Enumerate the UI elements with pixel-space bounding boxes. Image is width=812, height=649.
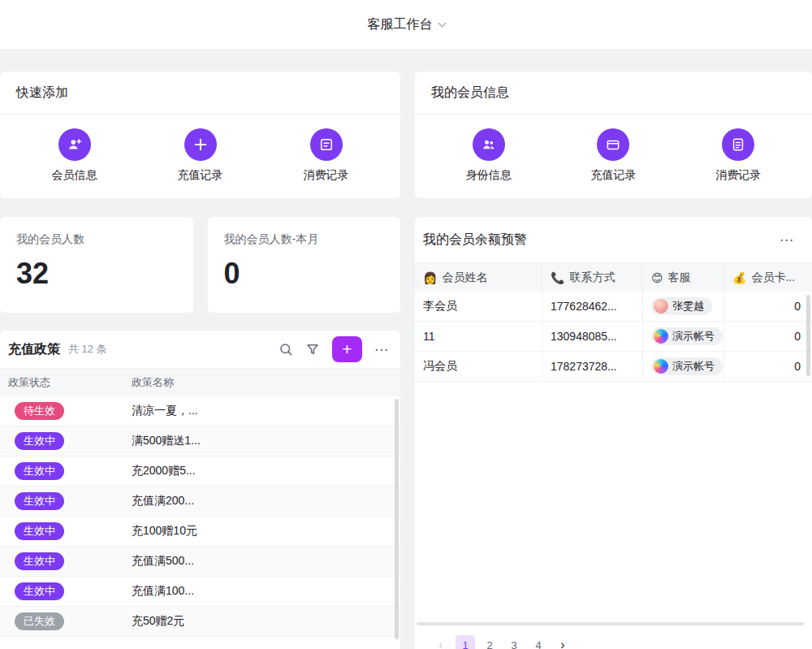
agent-name: 演示帐号 [672, 329, 715, 344]
people-icon [473, 128, 505, 161]
pagination-page-4[interactable]: 4 [529, 635, 548, 649]
policy-count: 共 12 条 [68, 342, 107, 357]
action-label: 消费记录 [715, 168, 761, 183]
column-header-member-name: 👩 会员姓名 [415, 263, 542, 292]
search-icon[interactable] [279, 342, 293, 357]
table-row[interactable]: 待生效 清凉一夏，... [0, 396, 400, 426]
more-icon[interactable]: ⋯ [780, 231, 794, 249]
phone-icon: 📞 [551, 271, 564, 284]
card-quick-add: 快速添加 会员信息 充值记录 消费记录 [0, 71, 400, 198]
action-identity-info[interactable]: 身份信息 [447, 128, 531, 183]
quick-add-actions: 会员信息 充值记录 消费记录 [0, 115, 400, 183]
policy-actions: + ⋯ [279, 336, 389, 362]
table-row[interactable]: 冯会员 178273728... 演示帐号 0 [415, 352, 812, 382]
card-balance: 0 [724, 352, 812, 381]
quick-action-consumption-record[interactable]: 消费记录 [284, 128, 369, 183]
member-name: 冯会员 [415, 352, 542, 381]
policy-name: 充值满200... [132, 494, 400, 508]
table-row[interactable]: 生效中 充值满100... [0, 577, 400, 607]
workspace-switcher[interactable]: 客服工作台 [368, 16, 445, 33]
agent-chip[interactable]: 演示帐号 [651, 327, 723, 345]
policy-name: 充值满500... [132, 554, 400, 569]
policy-name: 满500赠送1... [132, 434, 400, 448]
agent-name: 张雯越 [672, 299, 704, 314]
stat-row: 我的会员人数 32 我的会员人数-本月 0 [0, 217, 400, 313]
status-badge: 已失效 [15, 612, 64, 630]
avatar [654, 329, 668, 344]
column-header-contact: 📞 联系方式 [542, 263, 643, 292]
action-recharge-record[interactable]: 充值记录 [571, 128, 655, 183]
avatar [654, 359, 668, 374]
member-info-title: 我的会员信息 [431, 84, 509, 102]
column-label: 客服 [668, 270, 691, 285]
vertical-scrollbar[interactable] [806, 295, 810, 376]
table-row[interactable]: 生效中 充2000赠5... [0, 456, 400, 487]
table-row[interactable]: 李会员 177628462... 张雯越 0 [415, 292, 812, 322]
document-icon [722, 128, 754, 161]
chevron-down-icon [438, 19, 446, 27]
policy-title: 充值政策 [8, 341, 60, 358]
pagination: ‹ 1 2 3 4 › [415, 630, 812, 649]
pagination-page-1[interactable]: 1 [456, 635, 475, 649]
agent-chip[interactable]: 演示帐号 [651, 357, 723, 375]
action-label: 充值记录 [590, 168, 636, 183]
bill-icon [310, 128, 343, 161]
pagination-prev[interactable]: ‹ [431, 635, 451, 649]
quick-action-recharge-record[interactable]: 充值记录 [158, 128, 243, 183]
table-row[interactable]: 生效中 充值满200... [0, 487, 400, 517]
stat-value: 0 [224, 257, 385, 291]
table-row[interactable]: 已失效 充50赠2元 [0, 607, 400, 637]
column-label: 会员姓名 [442, 270, 487, 285]
card-balance-warning: 我的会员余额预警 ⋯ 👩 会员姓名 📞 联系方式 😊 客服 💰 会员卡... [415, 217, 812, 649]
more-icon[interactable]: ⋯ [374, 341, 389, 358]
status-badge: 生效中 [15, 522, 64, 540]
plus-icon [184, 128, 217, 161]
table-row[interactable]: 生效中 充值满500... [0, 547, 400, 577]
agent-name: 演示帐号 [672, 359, 715, 374]
member-info-header: 我的会员信息 [415, 71, 812, 114]
policy-header: 充值政策 共 12 条 + ⋯ [0, 331, 400, 368]
pagination-page-2[interactable]: 2 [480, 635, 499, 649]
stat-card-member-count-month: 我的会员人数-本月 0 [208, 217, 401, 313]
pagination-page-3[interactable]: 3 [504, 635, 524, 649]
status-badge: 生效中 [15, 462, 64, 480]
member-info-actions: 身份信息 充值记录 消费记录 [415, 115, 812, 183]
card-balance: 0 [724, 322, 812, 351]
member-phone: 178273728... [542, 352, 643, 381]
column-header-card-balance: 💰 会员卡... [724, 263, 812, 292]
column-header-name: 政策名称 [132, 375, 400, 390]
quick-add-header: 快速添加 [0, 71, 400, 114]
stat-label: 我的会员人数-本月 [224, 232, 385, 247]
table-row[interactable]: 生效中 充100赠10元 [0, 517, 400, 547]
member-add-icon [58, 128, 91, 161]
pagination-next[interactable]: › [553, 635, 572, 649]
filter-icon[interactable] [305, 342, 320, 357]
vertical-scrollbar[interactable] [395, 399, 399, 639]
agent-chip[interactable]: 张雯越 [651, 297, 712, 315]
quick-action-label: 充值记录 [178, 168, 223, 183]
avatar [654, 299, 668, 314]
money-icon: 💰 [732, 271, 746, 284]
stat-value: 32 [16, 257, 177, 291]
table-row[interactable]: 11 130948085... 演示帐号 0 [415, 322, 812, 352]
quick-action-label: 会员信息 [52, 168, 97, 183]
policy-name: 充100赠10元 [132, 524, 400, 539]
add-policy-button[interactable]: + [332, 336, 362, 362]
stat-label: 我的会员人数 [16, 232, 177, 247]
horizontal-scrollbar[interactable] [417, 622, 804, 625]
quick-action-member-info[interactable]: 会员信息 [32, 128, 117, 183]
policy-table-header: 政策状态 政策名称 [0, 369, 400, 396]
column-header-agent: 😊 客服 [643, 263, 724, 292]
column-label: 会员卡... [751, 270, 795, 285]
status-badge: 生效中 [15, 432, 64, 450]
balance-table-body: 李会员 177628462... 张雯越 0 11 130948085... 演… [415, 292, 812, 382]
policy-name: 充2000赠5... [132, 464, 400, 478]
spacer [415, 382, 812, 622]
quick-add-title: 快速添加 [16, 84, 68, 102]
table-row[interactable]: 生效中 满500赠送1... [0, 426, 400, 456]
member-phone: 130948085... [542, 322, 643, 351]
action-consumption-record[interactable]: 消费记录 [696, 128, 780, 183]
member-phone: 177628462... [542, 292, 643, 321]
left-column: 快速添加 会员信息 充值记录 消费记录 [0, 71, 400, 649]
balance-title: 我的会员余额预警 [423, 231, 527, 249]
